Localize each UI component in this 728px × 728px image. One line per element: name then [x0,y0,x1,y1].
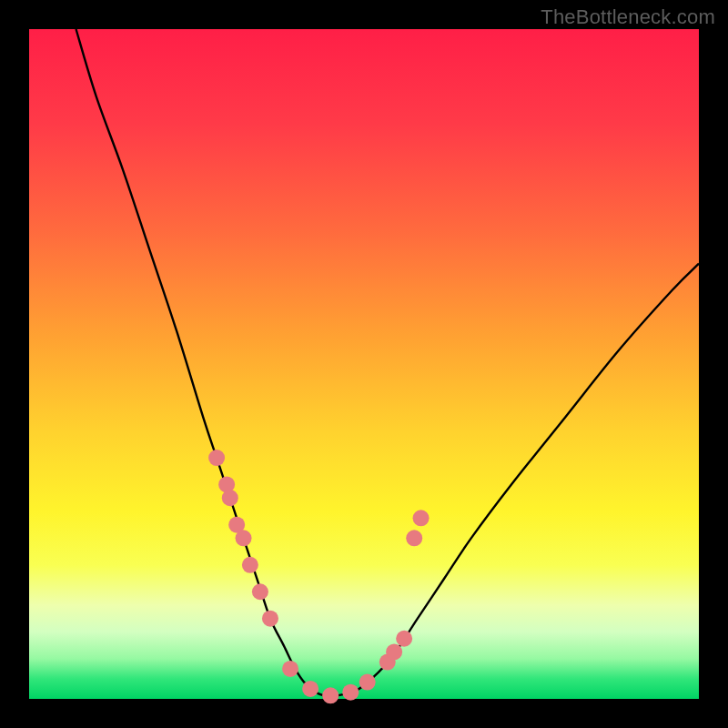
sample-marker [396,631,412,647]
plot-area [29,29,699,699]
chart-frame: TheBottleneck.com [0,0,728,728]
sample-marker [386,643,402,660]
sample-marker [302,681,318,697]
sample-marker [208,450,225,466]
sample-marker [222,490,238,506]
sample-marker [242,557,258,573]
sample-marker [359,674,376,691]
curve-layer [29,29,699,699]
sample-marker [252,583,268,600]
sample-markers [208,450,429,703]
sample-marker [406,530,422,546]
bottleneck-curve [76,29,699,696]
sample-marker [413,510,430,526]
sample-marker [282,661,298,677]
sample-marker [342,684,359,701]
sample-marker [262,611,278,627]
sample-marker [236,530,252,546]
watermark-text: TheBottleneck.com [541,5,715,29]
sample-marker [322,687,339,703]
